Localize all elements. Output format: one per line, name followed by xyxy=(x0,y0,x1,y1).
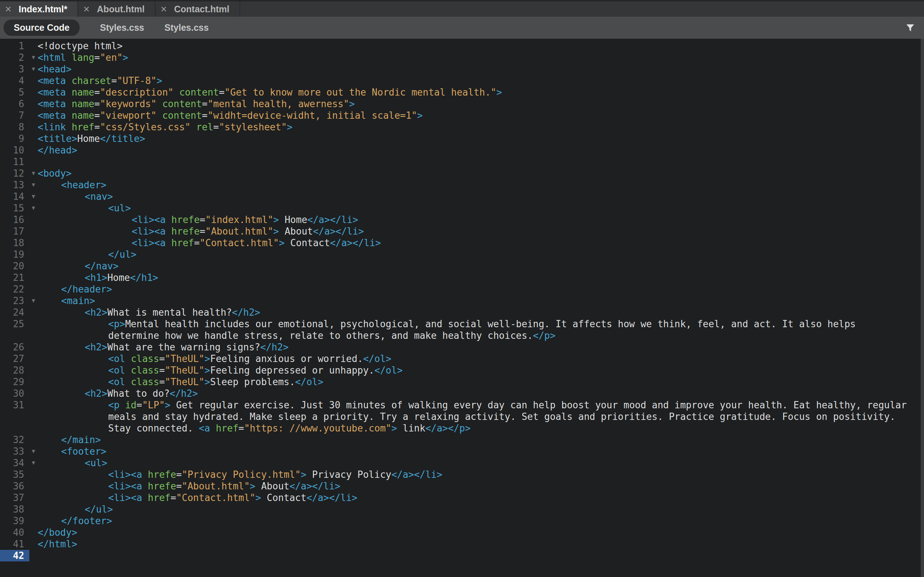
fold-spacer xyxy=(29,272,38,284)
token-tag: <body> xyxy=(38,168,72,179)
code-line[interactable]: 15▼<ul> xyxy=(0,202,924,214)
line-number: 39 xyxy=(0,515,29,527)
fold-arrow-icon[interactable]: ▼ xyxy=(29,52,38,63)
code-line[interactable]: 34▼<ul> xyxy=(0,457,924,469)
fold-spacer xyxy=(29,364,38,376)
code-line[interactable]: 10</head> xyxy=(0,144,924,156)
code-line-continuation[interactable]: determine how we handle stress, relate t… xyxy=(0,330,924,341)
tab-contact-html[interactable]: × Contact.html xyxy=(156,2,240,17)
code-line[interactable]: 33▼<footer> xyxy=(0,446,924,457)
token-plain xyxy=(125,353,131,364)
code-line[interactable]: 30<h2>What to do?</h2> xyxy=(0,388,924,399)
line-number: 7 xyxy=(0,110,29,121)
token-attr: href xyxy=(215,423,238,434)
code-line[interactable]: 31<p id="LP"> Get regular exercise. Just… xyxy=(0,399,924,411)
fold-arrow-icon[interactable]: ▼ xyxy=(29,202,38,214)
scrollbar-track[interactable] xyxy=(921,39,924,577)
token-tag: > xyxy=(123,52,129,63)
code-line[interactable]: 25<p>Mental health includes our emotiona… xyxy=(0,318,924,330)
token-tag: > xyxy=(204,353,210,364)
code-text: <li><a hrefe="index.html"> Home</a></li> xyxy=(38,214,358,226)
code-line[interactable]: 37<li><a href="Contact.html"> Contact</a… xyxy=(0,492,924,503)
fold-arrow-icon[interactable]: ▼ xyxy=(29,191,38,202)
token-plain xyxy=(66,122,72,132)
code-line[interactable]: 22</header> xyxy=(0,284,924,295)
fold-arrow-icon[interactable]: ▼ xyxy=(29,295,38,306)
fold-arrow-icon[interactable]: ▼ xyxy=(29,179,38,191)
token-attr: name xyxy=(72,87,95,98)
token-attr: id xyxy=(125,400,137,411)
code-line[interactable]: 40</body> xyxy=(0,527,924,538)
code-line[interactable]: 21<h1>Home</h1> xyxy=(0,272,924,284)
fold-spacer xyxy=(29,422,38,434)
token-plain: Sleep problems. xyxy=(210,376,295,387)
code-line[interactable]: 5<meta name="description" content="Get t… xyxy=(0,87,924,98)
code-line[interactable]: 27<ol class="TheUL">Feeling anxious or w… xyxy=(0,353,924,364)
code-line[interactable]: 39</footer> xyxy=(0,515,924,527)
close-tab-icon[interactable]: × xyxy=(161,3,167,15)
code-line[interactable]: 17<li><a hrefe="About.html"> About</a></… xyxy=(0,226,924,237)
code-line[interactable]: 8<link href="css/Styles.css" rel="styles… xyxy=(0,121,924,133)
token-attr: hrefe xyxy=(148,481,176,492)
code-line[interactable]: 1<!doctype html> xyxy=(0,40,924,52)
code-line[interactable]: 11 xyxy=(0,156,924,168)
code-line[interactable]: 20</nav> xyxy=(0,260,924,272)
fold-arrow-icon[interactable]: ▼ xyxy=(29,446,38,457)
token-tag: <h1> xyxy=(85,272,108,283)
token-attr: href xyxy=(72,122,95,132)
toolbar-item-styles-css-2[interactable]: Styles.css xyxy=(165,23,209,33)
tab-index-html[interactable]: × Index.html* xyxy=(0,2,78,17)
code-text: <ol class="TheUL">Feeling anxious or wor… xyxy=(38,353,392,364)
token-plain: What to do? xyxy=(108,388,170,399)
code-line[interactable]: 16<li><a hrefe="index.html"> Home</a></l… xyxy=(0,214,924,226)
code-text: <nav> xyxy=(38,191,113,202)
token-tag: </p> xyxy=(533,330,556,341)
code-editor[interactable]: 1<!doctype html>2▼<html lang="en">3▼<hea… xyxy=(0,39,924,577)
code-line[interactable]: 29<ol class="TheUL">Sleep problems.</ol> xyxy=(0,376,924,388)
fold-arrow-icon[interactable]: ▼ xyxy=(29,168,38,179)
code-line[interactable]: 38</ul> xyxy=(0,503,924,515)
token-tag: </h2> xyxy=(260,342,288,353)
code-line[interactable]: 36<li><a hrefe="About.html"> About</a></… xyxy=(0,480,924,492)
code-line[interactable]: 18<li><a href="Contact.html"> Contact</a… xyxy=(0,237,924,249)
toolbar-item-styles-css-1[interactable]: Styles.css xyxy=(100,23,144,33)
code-line[interactable]: 6<meta name="keywords" content="mental h… xyxy=(0,98,924,110)
token-tag: <li><a xyxy=(132,237,166,248)
code-line[interactable]: 35<li><a hrefe="Privacy Policy.html"> Pr… xyxy=(0,469,924,480)
code-line[interactable]: 42 xyxy=(0,550,924,561)
code-line[interactable]: 13▼<header> xyxy=(0,179,924,191)
token-plain xyxy=(210,423,216,434)
token-tag: </a></li> xyxy=(307,492,357,503)
token-attr: content xyxy=(162,110,202,121)
line-number xyxy=(0,411,29,422)
close-tab-icon[interactable]: × xyxy=(83,3,90,15)
code-line[interactable]: 9<title>Home</title> xyxy=(0,133,924,144)
tab-about-html[interactable]: × About.html xyxy=(78,2,155,17)
code-line[interactable]: 3▼<head> xyxy=(0,63,924,75)
filter-icon[interactable] xyxy=(905,23,915,33)
code-line-continuation[interactable]: meals and stay hydrated. Make sleep a pr… xyxy=(0,411,924,422)
fold-spacer xyxy=(29,98,38,110)
code-line[interactable]: 14▼<nav> xyxy=(0,191,924,202)
line-number: 20 xyxy=(0,260,29,272)
code-line[interactable]: 41</html> xyxy=(0,538,924,550)
line-number: 35 xyxy=(0,469,29,480)
close-tab-icon[interactable]: × xyxy=(5,3,11,15)
token-tag: </a></li> xyxy=(313,226,364,237)
fold-arrow-icon[interactable]: ▼ xyxy=(29,63,38,75)
code-line[interactable]: 28<ol class="TheUL">Feeling depressed or… xyxy=(0,364,924,376)
code-line[interactable]: 23▼<main> xyxy=(0,295,924,306)
fold-arrow-icon[interactable]: ▼ xyxy=(29,457,38,469)
code-line-continuation[interactable]: Stay connected. <a href="https: //www.yo… xyxy=(0,422,924,434)
code-line[interactable]: 7<meta name="viewport" content="widht=de… xyxy=(0,110,924,121)
code-line[interactable]: 26<h2>What are the warning signs?</h2> xyxy=(0,341,924,353)
code-line[interactable]: 32</main> xyxy=(0,434,924,446)
token-str: "About.html" xyxy=(182,481,250,492)
toolbar-item-source-code[interactable]: Source Code xyxy=(3,19,80,36)
code-line[interactable]: 19</ul> xyxy=(0,249,924,260)
code-line[interactable]: 12▼<body> xyxy=(0,168,924,179)
code-line[interactable]: 24<h2>What is mental health?</h2> xyxy=(0,306,924,318)
code-line[interactable]: 2▼<html lang="en"> xyxy=(0,52,924,63)
code-line[interactable]: 4<meta charset="UTF-8"> xyxy=(0,75,924,87)
token-tag: > xyxy=(287,122,293,132)
